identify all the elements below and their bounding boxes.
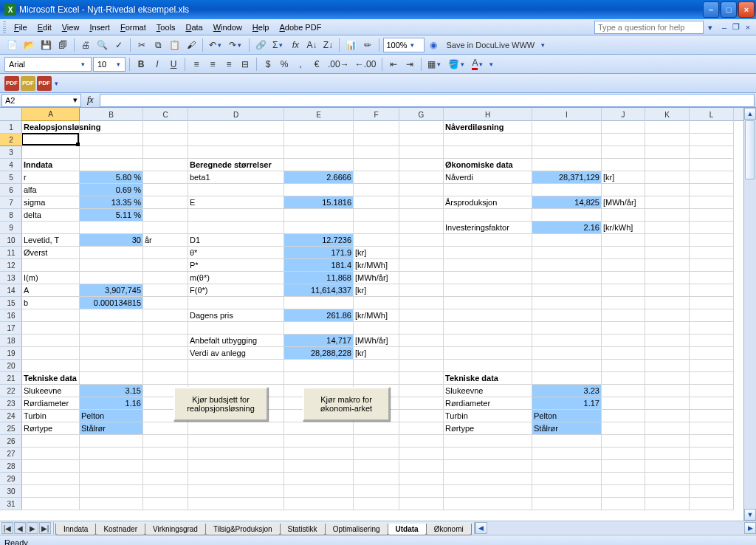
column-header-L[interactable]: L [690, 108, 734, 121]
sheet-tab-kostnader[interactable]: Kostnader [95, 524, 145, 535]
cell-D13[interactable]: m(θ*) [188, 272, 284, 284]
pdf-icon[interactable]: PDF [21, 76, 35, 91]
cell-A12[interactable] [22, 259, 80, 272]
column-header-J[interactable]: J [602, 108, 645, 121]
cell-B22[interactable]: 3.15 [80, 385, 143, 397]
tab-prev-icon[interactable]: ◀ [14, 522, 26, 534]
cell-E17[interactable] [284, 322, 354, 335]
cell-A2[interactable] [22, 134, 80, 146]
column-header-H[interactable]: H [444, 108, 532, 121]
cell-D14[interactable]: F(θ*) [188, 284, 284, 297]
cell-L15[interactable] [690, 297, 734, 309]
row-header-24[interactable]: 24 [0, 410, 22, 422]
cell-C2[interactable] [143, 134, 188, 146]
cell-I26[interactable] [532, 435, 602, 448]
cell-J2[interactable] [602, 134, 645, 146]
help-icon[interactable]: ◉ [426, 38, 441, 52]
namebox-dropdown-icon[interactable]: ▾ [73, 95, 78, 105]
cell-B25[interactable]: Stålrør [80, 422, 143, 435]
cell-E16[interactable]: 261.86 [284, 309, 354, 322]
cell-J17[interactable] [602, 322, 645, 335]
increase-indent-icon[interactable]: ⇥ [402, 57, 417, 72]
cell-H13[interactable] [444, 272, 532, 284]
cell-F15[interactable] [354, 297, 399, 309]
menu-view[interactable]: View [57, 21, 85, 33]
help-dropdown-icon[interactable]: ▾ [706, 23, 715, 32]
cell-H24[interactable]: Turbin [444, 410, 532, 422]
cell-J31[interactable] [602, 498, 645, 510]
scroll-left-icon[interactable]: ◀ [475, 522, 487, 534]
row-header-15[interactable]: 15 [0, 297, 22, 309]
cell-H12[interactable] [444, 259, 532, 272]
cell-F5[interactable] [354, 171, 399, 184]
cell-A21[interactable]: Tekniske data [22, 372, 80, 385]
cell-F17[interactable] [354, 322, 399, 335]
sheet-tab-tilsig-produksjon[interactable]: Tilsig&Produksjon [205, 524, 281, 535]
cell-J15[interactable] [602, 297, 645, 309]
row-header-1[interactable]: 1 [0, 121, 22, 134]
cell-L6[interactable] [690, 184, 734, 196]
row-header-17[interactable]: 17 [0, 322, 22, 335]
cell-K31[interactable] [645, 498, 690, 510]
cell-C15[interactable] [143, 297, 188, 309]
open-icon[interactable]: 📂 [21, 38, 37, 52]
cell-G6[interactable] [399, 184, 444, 196]
cell-H30[interactable] [444, 485, 532, 498]
pdf-icon[interactable]: PDF [37, 76, 52, 91]
cell-K5[interactable] [645, 171, 690, 184]
cell-E9[interactable] [284, 222, 354, 234]
cell-B12[interactable] [80, 259, 143, 272]
column-header-K[interactable]: K [645, 108, 690, 121]
cell-G30[interactable] [399, 485, 444, 498]
cell-F1[interactable] [354, 121, 399, 134]
cell-K20[interactable] [645, 360, 690, 372]
cell-E12[interactable]: 181.4 [284, 259, 354, 272]
sheet-tab-utdata[interactable]: Utdata [388, 524, 427, 535]
cell-G28[interactable] [399, 460, 444, 473]
column-header-B[interactable]: B [80, 108, 143, 121]
cell-I28[interactable] [532, 460, 602, 473]
row-header-20[interactable]: 20 [0, 360, 22, 372]
horizontal-scrollbar[interactable]: ◀ ▶ [474, 522, 756, 534]
cell-L7[interactable] [690, 196, 734, 209]
pdf-icon[interactable]: PDF [4, 76, 19, 91]
cell-B16[interactable] [80, 309, 143, 322]
cell-D27[interactable] [188, 448, 284, 460]
font-size-combo[interactable]: ▾ [93, 57, 126, 72]
cell-H18[interactable] [444, 335, 532, 347]
cell-J20[interactable] [602, 360, 645, 372]
cell-H6[interactable] [444, 184, 532, 196]
cell-L23[interactable] [690, 397, 734, 410]
cell-A29[interactable] [22, 473, 80, 485]
cell-D9[interactable] [188, 222, 284, 234]
cell-A16[interactable] [22, 309, 80, 322]
cell-L18[interactable] [690, 335, 734, 347]
cell-A30[interactable] [22, 485, 80, 498]
sheet-tab-statistikk[interactable]: Statistikk [280, 524, 326, 535]
cell-F4[interactable] [354, 159, 399, 171]
cell-K17[interactable] [645, 322, 690, 335]
cell-K13[interactable] [645, 272, 690, 284]
cell-E3[interactable] [284, 146, 354, 159]
cell-C27[interactable] [143, 448, 188, 460]
cell-K19[interactable] [645, 347, 690, 360]
save-icon[interactable]: 💾 [38, 38, 54, 52]
cell-J3[interactable] [602, 146, 645, 159]
cell-D11[interactable]: θ* [188, 247, 284, 259]
scroll-up-icon[interactable]: ▲ [744, 108, 756, 120]
cell-B17[interactable] [80, 322, 143, 335]
cell-F27[interactable] [354, 448, 399, 460]
cell-A18[interactable] [22, 335, 80, 347]
cell-E25[interactable] [284, 422, 354, 435]
print-preview-icon[interactable]: 🔍 [94, 38, 110, 52]
cell-L28[interactable] [690, 460, 734, 473]
cell-C14[interactable] [143, 284, 188, 297]
increase-decimal-icon[interactable]: .00→ [326, 57, 351, 72]
cell-I24[interactable]: Pelton [532, 410, 602, 422]
row-header-18[interactable]: 18 [0, 335, 22, 347]
row-header-29[interactable]: 29 [0, 473, 22, 485]
cell-B9[interactable] [80, 222, 143, 234]
menu-tools[interactable]: Tools [151, 21, 181, 33]
cell-H9[interactable]: Investeringsfaktor [444, 222, 532, 234]
paste-icon[interactable]: 📋 [167, 38, 182, 52]
